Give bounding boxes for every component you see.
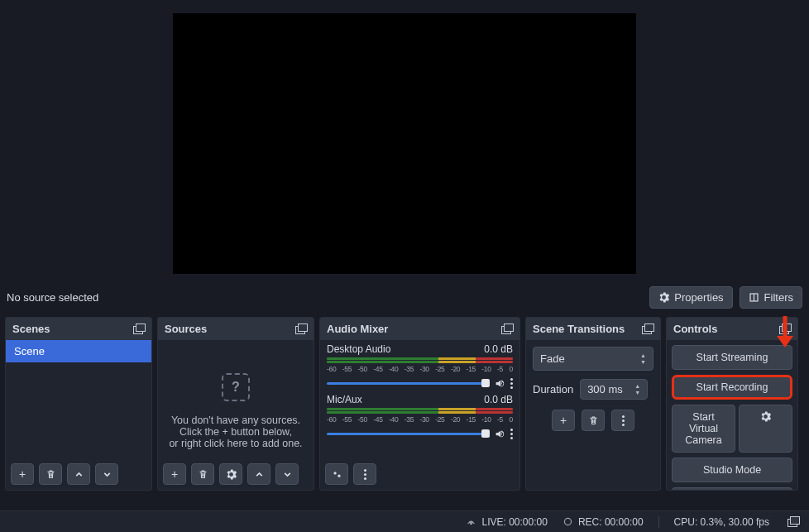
preview-canvas[interactable] <box>173 13 636 274</box>
svg-point-6 <box>471 523 472 525</box>
chevron-down-icon: ▼ <box>640 360 646 365</box>
mixer-menu-button[interactable] <box>353 463 376 485</box>
channel-menu-button[interactable] <box>510 429 513 439</box>
duration-spinbox[interactable]: 300 ms ▲▼ <box>580 379 648 400</box>
chevron-down-icon <box>282 469 293 480</box>
status-live: LIVE: 00:00:00 <box>481 516 547 528</box>
sources-panel: Sources ? You don't have any sources. Cl… <box>157 317 314 491</box>
transition-selected: Fade <box>540 352 565 365</box>
dock-icon[interactable] <box>133 324 145 333</box>
source-up-button[interactable] <box>247 463 270 485</box>
transition-delete-button[interactable] <box>582 410 605 431</box>
transitions-panel: Scene Transitions Fade ▲▼ Duration 300 m… <box>525 317 661 491</box>
dock-icon[interactable] <box>501 324 513 333</box>
scene-delete-button[interactable] <box>39 463 62 485</box>
speaker-icon[interactable] <box>495 378 505 389</box>
status-bar: LIVE: 00:00:00 REC: 00:00:00 CPU: 0.3%, … <box>0 510 809 532</box>
trash-icon <box>45 469 56 480</box>
gear-icon <box>658 292 669 303</box>
controls-panel: Controls Start Streaming Start Recording… <box>666 317 798 491</box>
sources-empty-line: or right click here to add one. <box>158 438 314 449</box>
audio-mixer-panel: Audio Mixer Desktop Audio 0.0 dB -60-55-… <box>319 317 520 491</box>
start-virtual-camera-button[interactable]: Start Virtual Camera <box>672 405 735 453</box>
chevron-up-icon: ▲ <box>640 353 646 358</box>
chevron-up-icon <box>74 469 84 480</box>
start-streaming-button[interactable]: Start Streaming <box>672 345 792 370</box>
gears-icon <box>332 469 342 480</box>
duration-label: Duration <box>533 383 573 395</box>
mixer-channel: Desktop Audio 0.0 dB -60-55-50-45-40-35-… <box>320 340 519 391</box>
scene-down-button[interactable] <box>95 463 118 485</box>
preview-area <box>0 0 809 281</box>
scenes-panel: Scenes Scene + <box>5 317 152 491</box>
dock-icon[interactable] <box>642 324 653 333</box>
svg-point-3 <box>337 474 340 477</box>
virtual-camera-settings-button[interactable] <box>739 405 792 453</box>
source-toolbar: No source selected Properties Filters <box>0 281 809 317</box>
channel-name: Desktop Audio <box>327 343 390 355</box>
question-icon: ? <box>222 373 250 401</box>
sources-empty-line: Click the + button below, <box>158 426 314 438</box>
plus-icon: + <box>560 414 567 427</box>
source-delete-button[interactable] <box>191 463 214 485</box>
mixer-channel: Mic/Aux 0.0 dB -60-55-50-45-40-35-30-25-… <box>320 391 519 441</box>
record-icon <box>562 516 573 527</box>
no-source-label: No source selected <box>7 291 98 304</box>
svg-point-7 <box>564 518 571 525</box>
scene-up-button[interactable] <box>67 463 90 485</box>
plus-icon: + <box>171 467 178 481</box>
chevron-down-icon <box>102 469 112 480</box>
signal-icon <box>466 516 476 527</box>
filters-button[interactable]: Filters <box>740 286 802 309</box>
svg-point-2 <box>333 472 336 474</box>
sources-title: Sources <box>165 323 207 335</box>
channel-db: 0.0 dB <box>484 343 513 355</box>
source-down-button[interactable] <box>275 463 299 485</box>
scene-add-button[interactable]: + <box>11 463 34 485</box>
scenes-title: Scenes <box>12 323 50 335</box>
channel-name: Mic/Aux <box>327 394 362 405</box>
chevron-down-icon[interactable]: ▼ <box>634 391 640 395</box>
mixer-advanced-button[interactable] <box>325 463 348 485</box>
sources-empty-line: You don't have any sources. <box>158 415 314 426</box>
source-settings-button[interactable] <box>219 463 242 485</box>
transition-menu-button[interactable] <box>611 410 634 431</box>
trash-icon <box>198 469 208 480</box>
chevron-up-icon <box>254 469 265 480</box>
duration-value: 300 ms <box>587 383 623 395</box>
filters-label: Filters <box>764 291 793 304</box>
plus-icon: + <box>19 467 26 481</box>
filters-icon <box>749 292 759 303</box>
transition-select[interactable]: Fade ▲▼ <box>533 347 653 371</box>
status-cpu: CPU: 0.3%, 30.00 fps <box>674 516 769 528</box>
mixer-title: Audio Mixer <box>327 323 388 335</box>
volume-slider[interactable] <box>327 382 490 385</box>
volume-slider[interactable] <box>327 433 490 435</box>
controls-title: Controls <box>673 323 717 335</box>
trash-icon <box>588 415 599 426</box>
channel-menu-button[interactable] <box>510 378 513 389</box>
dock-icon[interactable] <box>295 324 307 333</box>
properties-label: Properties <box>674 291 723 304</box>
status-rec: REC: 00:00:00 <box>578 516 644 528</box>
channel-db: 0.0 dB <box>484 394 513 405</box>
source-add-button[interactable]: + <box>163 463 186 485</box>
scene-item[interactable]: Scene <box>6 340 151 362</box>
dock-icon[interactable] <box>779 324 791 333</box>
chevron-up-icon[interactable]: ▲ <box>634 384 640 389</box>
start-recording-button[interactable]: Start Recording <box>672 375 792 400</box>
properties-button[interactable]: Properties <box>649 286 732 309</box>
transition-add-button[interactable]: + <box>552 410 575 431</box>
sources-list[interactable]: ? You don't have any sources. Click the … <box>158 340 314 458</box>
transitions-title: Scene Transitions <box>533 323 625 335</box>
dock-icon[interactable] <box>787 517 799 526</box>
gear-icon <box>226 469 237 480</box>
settings-button[interactable]: Settings <box>672 487 792 491</box>
speaker-icon[interactable] <box>495 429 505 439</box>
studio-mode-button[interactable]: Studio Mode <box>672 458 792 482</box>
gear-icon <box>760 411 771 422</box>
